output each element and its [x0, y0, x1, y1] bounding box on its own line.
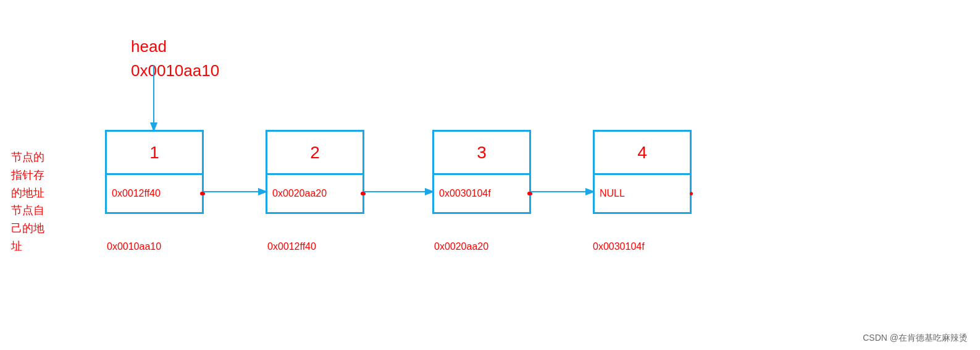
node-3-value: 3	[434, 132, 529, 175]
node-4-value: 4	[595, 132, 690, 175]
node-2-value: 2	[267, 132, 362, 175]
annotation-line5: 己的地	[11, 220, 61, 237]
node-2-pointer: 0x0020aa20	[267, 175, 362, 212]
head-address: 0x0010aa10	[131, 59, 219, 83]
node-3-self-addr: 0x0020aa20	[434, 241, 488, 252]
node-4: 4 NULL	[593, 130, 692, 214]
node-3-pointer: 0x0030104f	[434, 175, 529, 212]
annotation-line1: 节点的	[11, 148, 61, 166]
node-4-pointer: NULL	[595, 175, 690, 212]
head-label: head 0x0010aa10	[131, 35, 219, 83]
node-4-self-addr: 0x0030104f	[593, 241, 645, 252]
watermark: CSDN @在肯德基吃麻辣烫	[863, 333, 968, 344]
node-3: 3 0x0030104f	[432, 130, 531, 214]
annotation-line6: 址	[11, 237, 61, 255]
node-2-self-addr: 0x0012ff40	[267, 241, 316, 252]
node-1-self-addr: 0x0010aa10	[107, 241, 161, 252]
annotation-line4: 节点自	[11, 202, 61, 220]
annotation-line3: 的地址	[11, 184, 61, 202]
node-1-value: 1	[107, 132, 202, 175]
annotation-line2: 指针存	[11, 166, 61, 184]
left-annotation: 节点的 指针存 的地址 节点自 己的地 址	[11, 148, 61, 255]
node-1: 1 0x0012ff40	[105, 130, 204, 214]
node-2: 2 0x0020aa20	[266, 130, 364, 214]
node-1-pointer: 0x0012ff40	[107, 175, 202, 212]
head-text: head	[131, 35, 219, 59]
